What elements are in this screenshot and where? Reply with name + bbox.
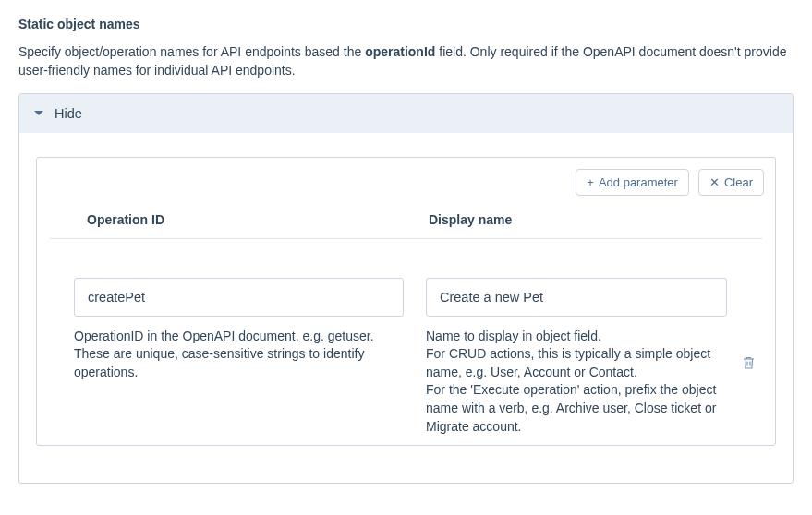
display-name-help-line1: Name to display in object field.: [426, 328, 727, 346]
column-display-name: Display name: [429, 212, 725, 227]
add-parameter-button[interactable]: + Add parameter: [576, 169, 689, 196]
panel-toggle-label: Hide: [55, 106, 82, 121]
panel-toggle[interactable]: Hide: [19, 94, 793, 133]
section-description: Specify object/operation names for API e…: [18, 42, 794, 80]
plus-icon: +: [587, 175, 594, 189]
display-name-help-line2: For CRUD actions, this is typically a si…: [426, 345, 727, 381]
card-toolbar: + Add parameter ✕ Clear: [37, 158, 775, 207]
clear-button[interactable]: ✕ Clear: [698, 169, 764, 196]
section-title: Static object names: [18, 17, 794, 31]
trash-icon: [742, 355, 756, 370]
delete-row-button[interactable]: [738, 352, 759, 374]
column-operation-id: Operation ID: [87, 212, 429, 227]
columns-header: Operation ID Display name: [50, 207, 762, 239]
desc-text-before: Specify object/operation names for API e…: [18, 44, 365, 59]
parameter-card: + Add parameter ✕ Clear Operation ID Dis…: [36, 157, 776, 447]
caret-down-icon: [34, 111, 43, 115]
operation-id-block: OperationID in the OpenAPI document, e.g…: [50, 278, 415, 382]
collapsible-panel: Hide + Add parameter ✕ Clear Operation I…: [18, 93, 794, 485]
display-name-block: Name to display in object field. For CRU…: [415, 278, 734, 437]
display-name-help: Name to display in object field. For CRU…: [426, 328, 727, 437]
clear-label: Clear: [724, 175, 753, 189]
row-actions: [734, 278, 762, 374]
desc-bold: operationId: [365, 44, 435, 59]
panel-body: + Add parameter ✕ Clear Operation ID Dis…: [19, 133, 793, 484]
parameter-row: OperationID in the OpenAPI document, e.g…: [37, 239, 775, 446]
close-icon: ✕: [709, 175, 720, 189]
operation-id-input[interactable]: [74, 278, 404, 317]
display-name-input[interactable]: [426, 278, 727, 317]
add-parameter-label: Add parameter: [599, 175, 678, 189]
operation-id-help: OperationID in the OpenAPI document, e.g…: [74, 328, 404, 382]
display-name-help-line3: For the 'Execute operation' action, pref…: [426, 381, 727, 436]
